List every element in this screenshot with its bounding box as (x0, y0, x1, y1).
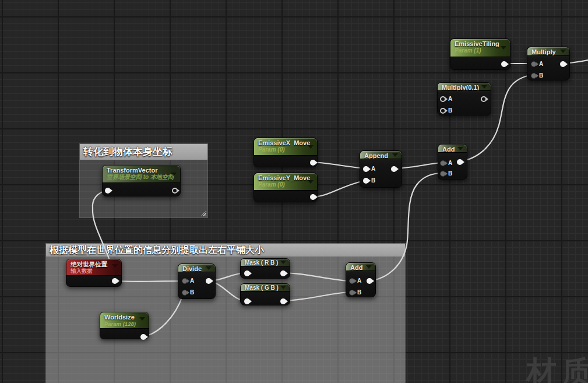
output-pin[interactable] (481, 96, 487, 102)
pin-label-b: B (190, 290, 194, 296)
pin-label-b: B (371, 178, 375, 184)
input-pin[interactable] (244, 270, 250, 276)
node-worldsize[interactable]: Worldsize Param (128) (100, 312, 149, 339)
pin-label-a: A (190, 278, 194, 284)
node-title: Multiply (531, 48, 558, 55)
input-pin-b[interactable] (440, 171, 446, 177)
node-title: Mask ( G B ) (245, 284, 278, 291)
chevron-down-icon[interactable] (206, 266, 212, 270)
chevron-down-icon[interactable] (392, 153, 398, 157)
comment-title-bar[interactable]: 转化到物体本身坐标 (80, 144, 207, 160)
graph-canvas[interactable]: 转化到物体本身坐标 根据模型在世界位置的信息分别提取出左右平铺大小 Emissi… (0, 0, 588, 383)
output-pin[interactable] (140, 334, 146, 340)
node-title: Add (350, 264, 364, 271)
input-pin-b[interactable] (363, 178, 369, 184)
pin-label-a: A (371, 166, 375, 172)
input-pin-a[interactable] (182, 278, 188, 284)
output-pin[interactable] (457, 159, 463, 165)
node-title: Divide (182, 265, 203, 272)
comment-title-bar[interactable]: 根据模型在世界位置的信息分别提取出左右平铺大小 (46, 244, 405, 256)
output-pin[interactable] (112, 278, 118, 284)
node-title: TransformVector (107, 167, 168, 174)
input-pin-a[interactable] (440, 96, 446, 102)
node-subtitle: Param (128) (104, 321, 137, 328)
node-emissive-tiling[interactable]: EmissiveTiling Param (1) (450, 38, 510, 70)
node-add-top[interactable]: Add A B (438, 144, 467, 180)
pin-label-a: A (448, 96, 452, 102)
node-title: EmissiveY_Move (258, 174, 305, 181)
node-add-lower[interactable]: Add A B (346, 262, 376, 297)
node-subtitle: 输入数据 (71, 268, 110, 275)
output-pin[interactable] (501, 61, 507, 67)
output-pin[interactable] (391, 166, 397, 172)
node-subtitle: Param (1) (455, 47, 498, 54)
chevron-down-icon[interactable] (560, 50, 566, 53)
input-pin-a[interactable] (363, 166, 369, 172)
node-emissive-x-move[interactable]: EmissiveX_Move Param (0) (253, 138, 318, 167)
input-pin[interactable] (105, 188, 111, 194)
output-pin[interactable] (310, 194, 316, 200)
pin-label-a: A (539, 61, 543, 67)
output-pin[interactable] (310, 160, 316, 166)
node-append[interactable]: Append A B (360, 150, 402, 188)
node-title: Add (442, 146, 455, 153)
pin-label-a: A (448, 160, 452, 166)
input-pin-b[interactable] (440, 108, 446, 114)
input-pin-a[interactable] (531, 61, 537, 67)
output-pin[interactable] (172, 188, 178, 194)
chevron-down-icon[interactable] (308, 145, 314, 149)
node-title: Append (364, 152, 390, 159)
comment-resize-handle[interactable] (201, 211, 206, 216)
comment-title: 转化到物体本身坐标 (83, 145, 172, 159)
input-pin-b[interactable] (182, 290, 188, 296)
chevron-down-icon[interactable] (457, 147, 463, 150)
node-emissive-y-move[interactable]: EmissiveY_Move Param (0) (253, 173, 318, 202)
input-pin-b[interactable] (531, 73, 537, 79)
node-transform-vector[interactable]: TransformVector 世界场景空间 to 本地空间 (102, 165, 181, 196)
node-title: Worldsize (104, 314, 137, 321)
node-title: Mask ( R B ) (245, 259, 278, 266)
output-pin[interactable] (560, 61, 566, 67)
node-multiply-0-1[interactable]: Multiply(0,1) A B (437, 82, 491, 115)
wire-emissivex-to-append-a[interactable] (312, 162, 365, 168)
chevron-down-icon[interactable] (280, 286, 286, 289)
input-pin-a[interactable] (440, 160, 446, 166)
pin-label-b: B (448, 171, 452, 177)
chevron-down-icon[interactable] (501, 46, 506, 50)
input-pin-b[interactable] (349, 290, 355, 296)
chevron-down-icon[interactable] (112, 264, 118, 268)
node-multiply[interactable]: Multiply A B (527, 47, 570, 80)
node-divide[interactable]: Divide A B (178, 263, 216, 299)
chevron-down-icon[interactable] (308, 180, 314, 184)
output-pin[interactable] (367, 278, 372, 284)
chevron-down-icon[interactable] (280, 261, 286, 264)
pin-label-b: B (539, 73, 543, 79)
node-mask-gb[interactable]: Mask ( G B ) (240, 283, 290, 305)
comment-title: 根据模型在世界位置的信息分别提取出左右平铺大小 (50, 244, 264, 256)
input-pin-a[interactable] (349, 278, 355, 284)
node-subtitle: Param (0) (258, 181, 305, 188)
output-pin[interactable] (206, 278, 212, 284)
pin-label-b: B (357, 290, 361, 296)
node-subtitle: 世界场景空间 to 本地空间 (107, 174, 168, 181)
node-title: 绝对世界位置 (71, 261, 110, 268)
node-absolute-world-position[interactable]: 绝对世界位置 输入数据 (66, 259, 122, 287)
node-title: Multiply(0,1) (442, 84, 479, 91)
chevron-down-icon[interactable] (171, 173, 177, 176)
node-subtitle: Param (0) (258, 146, 305, 153)
output-pin[interactable] (280, 270, 286, 276)
chevron-down-icon[interactable] (481, 85, 487, 89)
input-pin[interactable] (244, 298, 250, 304)
pin-label-b: B (448, 108, 452, 114)
node-title: EmissiveX_Move (258, 139, 305, 146)
material-watermark: 材质 (526, 352, 588, 383)
pin-label-a: A (357, 278, 361, 284)
chevron-down-icon[interactable] (366, 265, 372, 269)
node-mask-rb[interactable]: Mask ( R B ) (240, 258, 290, 279)
chevron-down-icon[interactable] (139, 317, 145, 321)
wire-emissivey-to-append-b[interactable] (312, 181, 365, 196)
node-title: EmissiveTiling (455, 40, 498, 47)
output-pin[interactable] (280, 298, 286, 304)
